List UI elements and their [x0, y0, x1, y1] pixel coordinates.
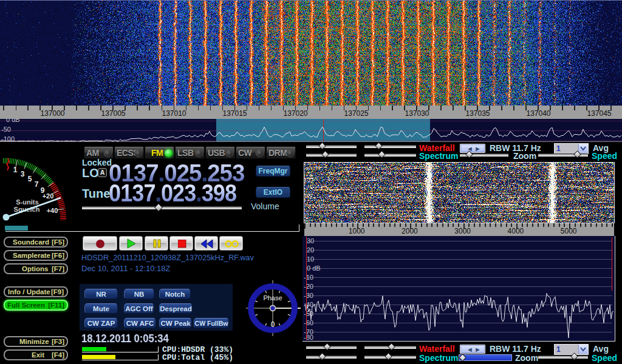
svg-text:3: 3 — [21, 170, 25, 178]
svg-text:Phase: Phase — [263, 294, 282, 302]
svg-text:+40: +40 — [47, 207, 58, 214]
svg-text:0: 0 — [271, 320, 275, 329]
svg-text:1: 1 — [13, 166, 18, 174]
svg-text:+20: +20 — [43, 192, 54, 200]
svg-text:5: 5 — [28, 175, 32, 183]
svg-text:7: 7 — [35, 180, 39, 189]
svg-text:S-units: S-units — [16, 198, 38, 206]
